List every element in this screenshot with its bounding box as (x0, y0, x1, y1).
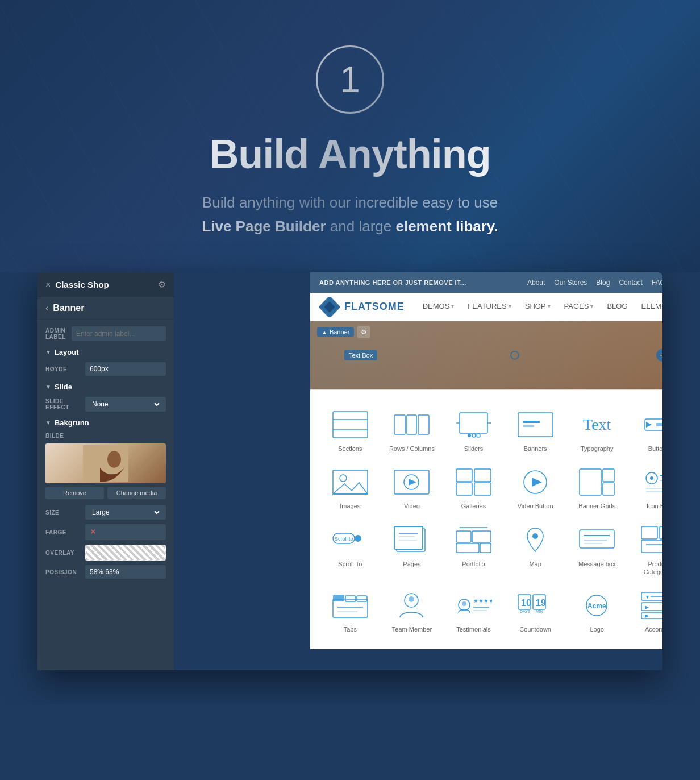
top-bar-nav: About Our Stores Blog Contact FAQ (527, 279, 663, 287)
size-row: SIZE Large (45, 505, 166, 520)
team-member-label: Team Member (392, 625, 432, 633)
nav-about[interactable]: About (527, 279, 545, 287)
nav-elements[interactable]: ELEMENTS (635, 293, 663, 321)
text-box-indicator[interactable]: Text Box (344, 350, 377, 360)
svg-rect-34 (474, 469, 491, 482)
bilde-label: BILDE (45, 433, 85, 439)
element-countdown[interactable]: 10 DAYS 19 MIN Countdown (505, 582, 566, 640)
element-icon-box[interactable]: Icon Box (628, 459, 663, 516)
height-value[interactable]: 600px (85, 362, 166, 376)
color-field[interactable]: ✕ (85, 524, 166, 540)
element-portfolio[interactable]: Portfolio (443, 517, 505, 583)
element-sections[interactable]: Sections (319, 401, 381, 459)
slide-effect-select[interactable]: None (90, 400, 161, 409)
svg-rect-68 (456, 543, 479, 553)
change-media-button[interactable]: Change media (107, 487, 166, 499)
bg-arrow-icon: ▼ (45, 420, 51, 426)
back-icon[interactable]: ‹ (45, 303, 48, 313)
sidebar-close-button[interactable]: × (45, 280, 51, 290)
nav-demos[interactable]: DEMOS ▾ (416, 293, 461, 321)
wp-navbar: FLATSOME DEMOS ▾ FEATURES ▾ SHOP ▾ PAGES… (310, 293, 663, 321)
element-team-member[interactable]: Team Member (381, 582, 443, 640)
banner-edit-bar: ▲ Banner ⚙ (317, 326, 370, 338)
element-typography[interactable]: Text Typography (566, 401, 628, 459)
slide-effect-value[interactable]: None (85, 397, 166, 412)
main-content: ADD ANYTHING HERE OR JUST REMOVE IT... A… (310, 272, 663, 670)
slide-section-title: Slide (55, 383, 72, 391)
svg-rect-41 (603, 483, 614, 495)
svg-rect-66 (456, 531, 471, 542)
admin-label-input[interactable] (72, 326, 166, 341)
banner-area: ▲ Banner ⚙ Text Box + It has Finally sta… (310, 321, 663, 389)
svg-rect-89 (345, 596, 356, 601)
banner-gear-icon[interactable]: ⚙ (357, 326, 370, 338)
nav-contact[interactable]: Contact (619, 279, 642, 287)
element-map[interactable]: Map (505, 517, 566, 583)
posisjon-value[interactable]: 58% 63% (85, 565, 166, 579)
element-accordion[interactable]: ▼ ▶ ▶ Accordion (628, 582, 663, 640)
svg-text:MIN: MIN (536, 609, 543, 613)
svg-point-13 (477, 434, 480, 437)
top-bar-add-text: ADD ANYTHING HERE OR JUST REMOVE IT... (319, 279, 466, 286)
element-scroll-to[interactable]: Scroll to Scroll To (319, 517, 381, 583)
element-video-button[interactable]: Video Button (505, 459, 566, 516)
size-value[interactable]: Large (85, 505, 166, 520)
wp-nav-items: DEMOS ▾ FEATURES ▾ SHOP ▾ PAGES ▾ BLOG E… (416, 293, 663, 321)
svg-rect-40 (603, 469, 614, 482)
nav-blog-main[interactable]: BLOG (600, 293, 634, 321)
logo-icon (319, 297, 340, 317)
svg-rect-27 (333, 470, 368, 494)
map-label: Map (529, 560, 541, 568)
element-buttons[interactable]: Buttons (628, 401, 663, 459)
nav-features[interactable]: FEATURES ▾ (461, 293, 518, 321)
svg-point-11 (468, 434, 471, 437)
element-pages[interactable]: Pages (381, 517, 443, 583)
banner-badge[interactable]: ▲ Banner (317, 327, 354, 337)
element-sliders[interactable]: Sliders (443, 401, 505, 459)
step-number: 1 (340, 61, 360, 98)
svg-point-28 (340, 475, 347, 482)
sidebar-banner-row: ‹ Banner (38, 297, 174, 320)
element-product-categories[interactable]: ProductCategories (628, 517, 663, 583)
element-banner-grids[interactable]: Banner Grids (566, 459, 628, 516)
posisjon-label: POSISJON (45, 569, 85, 575)
size-select[interactable]: Large (90, 508, 161, 517)
video-label: Video (404, 502, 420, 510)
element-message-box[interactable]: Message box (566, 517, 628, 583)
svg-rect-61 (394, 526, 423, 549)
nav-our-stores[interactable]: Our Stores (554, 279, 587, 287)
remove-button[interactable]: Remove (45, 487, 104, 499)
svg-rect-17 (523, 421, 540, 423)
svg-rect-90 (357, 596, 367, 601)
element-video[interactable]: Video (381, 459, 443, 516)
svg-rect-67 (472, 531, 491, 542)
svg-rect-8 (407, 415, 416, 434)
browser-window: × Classic Shop ⚙ ‹ Banner ADMINLABEL (38, 272, 663, 670)
size-label: SIZE (45, 509, 85, 516)
element-tabs[interactable]: Tabs (319, 582, 381, 640)
accordion-label: Accordion (645, 625, 663, 633)
svg-point-96 (462, 601, 466, 606)
layout-section: ▼ Layout HØYDE 600px (45, 348, 166, 376)
overlay-field[interactable] (85, 545, 166, 561)
svg-point-1 (107, 451, 121, 468)
element-logo[interactable]: Acme Logo (566, 582, 628, 640)
svg-rect-87 (333, 599, 368, 617)
layout-arrow-icon: ▼ (45, 349, 51, 355)
nav-blog[interactable]: Blog (596, 279, 610, 287)
element-testimonials[interactable]: ★★★★ Testimonials (443, 582, 505, 640)
sliders-label: Sliders (464, 445, 484, 453)
nav-shop[interactable]: SHOP ▾ (518, 293, 557, 321)
nav-faq[interactable]: FAQ (652, 279, 663, 287)
sections-label: Sections (338, 445, 362, 453)
element-images[interactable]: Images (319, 459, 381, 516)
ui-container: × Classic Shop ⚙ ‹ Banner ADMINLABEL (0, 272, 700, 704)
nav-pages[interactable]: PAGES ▾ (557, 293, 601, 321)
elements-overlay: Sections Rows / Columns (310, 389, 663, 649)
gear-icon[interactable]: ⚙ (158, 279, 166, 290)
images-label: Images (340, 502, 360, 510)
element-banners[interactable]: Banners (505, 401, 566, 459)
element-galleries[interactable]: Galleries (443, 459, 505, 516)
color-clear-icon[interactable]: ✕ (90, 527, 97, 536)
element-rows-columns[interactable]: Rows / Columns (381, 401, 443, 459)
